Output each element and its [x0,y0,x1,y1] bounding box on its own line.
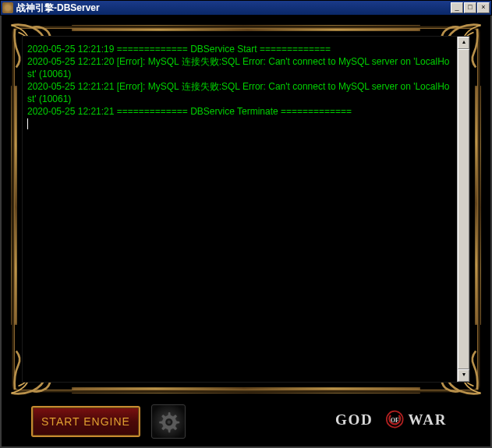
svg-point-3 [168,421,172,425]
text-cursor [27,118,28,129]
scroll-track[interactable] [458,49,469,369]
log-line: 2020-05-25 12:21:21 ============= DBServ… [27,105,452,118]
window-control-buttons: _ □ × [451,2,490,13]
scroll-down-button[interactable]: ▾ [458,369,469,382]
vertical-scrollbar[interactable]: ▴ ▾ [457,37,469,382]
title-bar-left: 战神引擎-DBServer [2,2,100,15]
minimize-button[interactable]: _ [451,2,463,13]
scroll-thumb[interactable] [458,49,469,369]
gear-icon [157,410,180,433]
log-console: 2020-05-25 12:21:19 ============= DBServ… [22,36,470,383]
god-of-war-logo: GOD OF WAR [196,410,483,433]
log-line: 2020-05-25 12:21:19 ============= DBServ… [27,43,452,55]
logo-text-right: WAR [408,411,447,428]
log-line: 2020-05-25 12:21:20 [Error]: MySQL 连接失败:… [27,55,452,80]
close-button[interactable]: × [477,2,490,13]
settings-button[interactable] [151,404,186,439]
start-engine-button[interactable]: START ENGINE [31,406,140,437]
app-icon [2,2,13,13]
window-body: 2020-05-25 12:21:19 ============= DBServ… [0,16,492,448]
scroll-up-button[interactable]: ▴ [458,37,469,49]
title-bar: 战神引擎-DBServer _ □ × [0,0,492,16]
log-line: 2020-05-25 12:21:21 [Error]: MySQL 连接失败:… [27,80,452,105]
maximize-button[interactable]: □ [464,2,476,13]
window-title: 战神引擎-DBServer [16,2,100,15]
bottom-bar: START ENGINE GOD OF WAR [9,403,483,440]
log-text[interactable]: 2020-05-25 12:21:19 ============= DBServ… [23,37,457,382]
logo-text-of: OF [391,417,399,424]
logo-text-left: GOD [335,411,373,428]
